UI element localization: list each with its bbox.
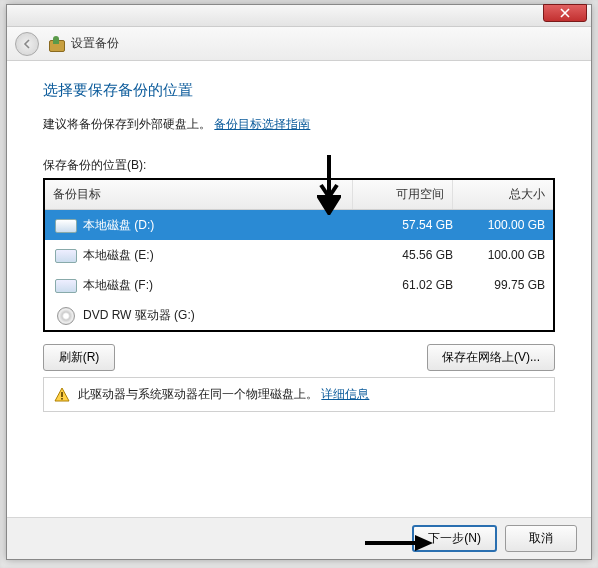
drive-free-space: 61.02 GB xyxy=(361,278,453,292)
button-row: 刷新(R) 保存在网络上(V)... xyxy=(43,344,555,371)
warning-details-link[interactable]: 详细信息 xyxy=(321,387,369,401)
back-button[interactable] xyxy=(15,32,39,56)
hard-disk-icon xyxy=(53,246,77,264)
drive-name: DVD RW 驱动器 (G:) xyxy=(83,307,361,324)
table-header: 备份目标 可用空间 总大小 xyxy=(45,180,553,210)
next-button[interactable]: 下一步(N) xyxy=(412,525,497,552)
drive-row[interactable]: 本地磁盘 (E:)45.56 GB100.00 GB xyxy=(45,240,553,270)
drive-total-size: 100.00 GB xyxy=(453,218,545,232)
section-label: 保存备份的位置(B): xyxy=(43,157,555,174)
wizard-header: 设置备份 xyxy=(7,27,591,61)
drive-name: 本地磁盘 (F:) xyxy=(83,277,361,294)
col-header-free[interactable]: 可用空间 xyxy=(353,180,453,209)
wizard-footer: 下一步(N) 取消 xyxy=(7,517,591,559)
cancel-button[interactable]: 取消 xyxy=(505,525,577,552)
col-header-total[interactable]: 总大小 xyxy=(453,180,553,209)
refresh-button[interactable]: 刷新(R) xyxy=(43,344,115,371)
subtitle: 建议将备份保存到外部硬盘上。 备份目标选择指南 xyxy=(43,116,555,133)
save-on-network-button[interactable]: 保存在网络上(V)... xyxy=(427,344,555,371)
arrow-left-icon xyxy=(21,38,33,50)
drive-name: 本地磁盘 (E:) xyxy=(83,247,361,264)
hard-disk-icon xyxy=(53,216,77,234)
drive-free-space: 57.54 GB xyxy=(361,218,453,232)
content-area: 选择要保存备份的位置 建议将备份保存到外部硬盘上。 备份目标选择指南 保存备份的… xyxy=(7,61,591,422)
warning-text: 此驱动器与系统驱动器在同一个物理磁盘上。 xyxy=(78,387,318,401)
backup-icon xyxy=(47,36,65,52)
drive-row[interactable]: 本地磁盘 (D:)57.54 GB100.00 GB xyxy=(45,210,553,240)
svg-rect-0 xyxy=(61,392,63,397)
svg-rect-1 xyxy=(61,398,63,400)
warning-box: 此驱动器与系统驱动器在同一个物理磁盘上。 详细信息 xyxy=(43,377,555,412)
drive-row[interactable]: DVD RW 驱动器 (G:) xyxy=(45,300,553,330)
drive-table: 备份目标 可用空间 总大小 本地磁盘 (D:)57.54 GB100.00 GB… xyxy=(43,178,555,332)
warning-icon xyxy=(54,387,70,403)
drive-total-size: 99.75 GB xyxy=(453,278,545,292)
drive-free-space: 45.56 GB xyxy=(361,248,453,262)
col-header-target[interactable]: 备份目标 xyxy=(45,180,353,209)
window-title: 设置备份 xyxy=(71,35,119,52)
drive-total-size: 100.00 GB xyxy=(453,248,545,262)
drive-row[interactable]: 本地磁盘 (F:)61.02 GB99.75 GB xyxy=(45,270,553,300)
backup-wizard-window: 设置备份 选择要保存备份的位置 建议将备份保存到外部硬盘上。 备份目标选择指南 … xyxy=(6,4,592,560)
hard-disk-icon xyxy=(53,276,77,294)
dvd-drive-icon xyxy=(53,306,77,324)
titlebar xyxy=(7,5,591,27)
drive-name: 本地磁盘 (D:) xyxy=(83,217,361,234)
close-icon xyxy=(560,8,570,18)
page-heading: 选择要保存备份的位置 xyxy=(43,81,555,100)
close-button[interactable] xyxy=(543,4,587,22)
subtitle-text: 建议将备份保存到外部硬盘上。 xyxy=(43,117,211,131)
guide-link[interactable]: 备份目标选择指南 xyxy=(214,117,310,131)
